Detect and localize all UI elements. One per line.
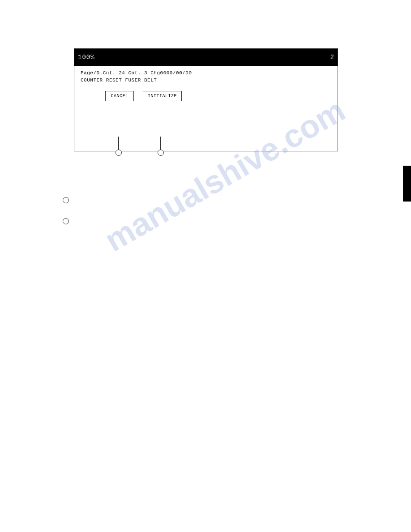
label-row: COUNTER RESET FUSER BELT — [81, 77, 331, 83]
screen-buttons: CANCEL INITIALIZE — [105, 91, 331, 101]
cancel-button[interactable]: CANCEL — [105, 91, 134, 101]
vline-initialize — [160, 137, 161, 150]
screen-header: 100% 2 — [74, 49, 338, 66]
circle-note1 — [63, 197, 69, 203]
circle-cancel — [116, 150, 122, 156]
screen-panel: 100% 2 Page/D.Cnt. 24 Cnt. 3 Chg0000/00/… — [74, 48, 338, 151]
screen-content: Page/D.Cnt. 24 Cnt. 3 Chg0000/00/00 COUN… — [74, 66, 338, 106]
circle-initialize — [158, 150, 164, 156]
circle-note2 — [63, 218, 69, 224]
zoom-level: 100% — [78, 54, 95, 61]
vline-cancel — [118, 137, 119, 150]
info-row: Page/D.Cnt. 24 Cnt. 3 Chg0000/00/00 — [81, 70, 331, 76]
initialize-button[interactable]: INITIALIZE — [143, 91, 182, 101]
right-tab — [403, 166, 411, 202]
page-container: 100% 2 Page/D.Cnt. 24 Cnt. 3 Chg0000/00/… — [0, 0, 411, 532]
page-number: 2 — [330, 54, 334, 61]
